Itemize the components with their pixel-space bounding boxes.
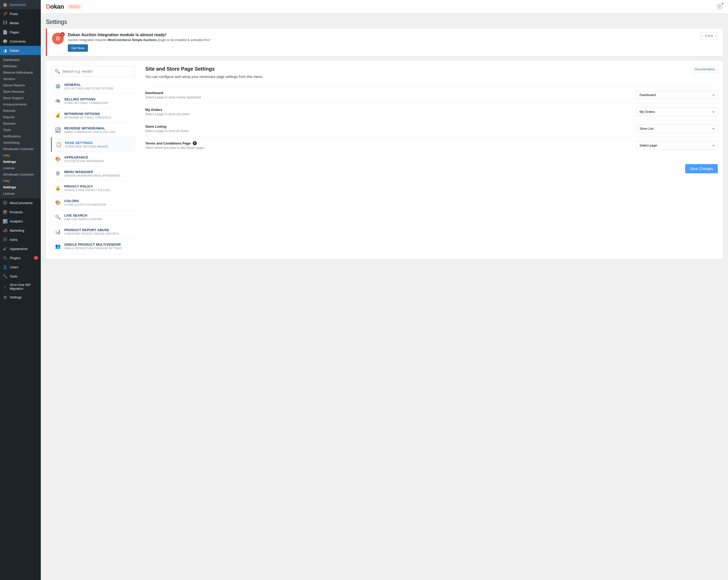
settings-nav-item[interactable]: 🔍Live SearchAjax live search control	[51, 210, 135, 225]
submenu-item[interactable]: Advertising	[0, 139, 41, 146]
page-title: Settings	[41, 14, 728, 29]
submenu-item[interactable]: Wholesale Customer	[0, 146, 41, 152]
submenu-item[interactable]: Store Reviews	[0, 88, 41, 95]
pager-next[interactable]: ›	[715, 34, 716, 38]
submenu-item[interactable]: License	[0, 165, 41, 171]
sidebar-item[interactable]: ↕All-in-One WP Migration	[0, 281, 41, 293]
nav-icon: 🎨	[55, 156, 61, 162]
submenu-item[interactable]: Settings	[0, 184, 41, 190]
submenu-item[interactable]: Withdraw	[0, 63, 41, 69]
sidebar-bottom: ⓌWooCommerce📦Products📊Analytics📣Marketin…	[0, 198, 41, 302]
panel-subtitle: You can configure and setup your necessa…	[145, 75, 718, 79]
get-now-button[interactable]: Get Now	[68, 44, 88, 52]
submenu-item[interactable]: Tools	[0, 127, 41, 133]
nav-icon: 🛍	[55, 98, 61, 104]
help-icon[interactable]: ?	[193, 141, 197, 145]
pager-prev[interactable]: ‹	[702, 34, 703, 38]
settings-nav-item[interactable]: 📋Page SettingsStore page settings manage	[51, 137, 135, 152]
submenu-item[interactable]: Settings	[0, 159, 41, 165]
dokan-icon: ◑	[3, 48, 8, 53]
settings-nav-item[interactable]: 🎨ColorsStore color customization	[51, 195, 135, 210]
submenu-item[interactable]: Verifications	[0, 133, 41, 139]
submenu-item[interactable]: Dashboard	[0, 57, 41, 63]
page-select[interactable]: My Orders	[636, 108, 718, 116]
submenu-item[interactable]: Store Support	[0, 95, 41, 101]
settings-nav-item[interactable]: 🛍Selling OptionsStore settings, commissi…	[51, 94, 135, 108]
sidebar-item[interactable]: 📣Marketing	[0, 226, 41, 235]
help-button[interactable]: ?	[716, 3, 723, 10]
menu-icon: ⚙	[3, 295, 8, 300]
field-desc: Select a page to show vendor dashboard	[145, 96, 636, 99]
version-badge: v3.12.1	[67, 4, 82, 9]
settings-content: 🔍 ⚙️GeneralSite settings and store optio…	[46, 61, 723, 259]
settings-nav-item[interactable]: 📊Product Report AbuseConfigure product a…	[51, 225, 135, 239]
sidebar-posts[interactable]: 📌Posts	[0, 9, 41, 18]
settings-search-input[interactable]	[51, 66, 135, 77]
nav-icon: 📊	[55, 229, 61, 234]
menu-icon: 📦	[3, 209, 8, 215]
sidebar-item[interactable]: 🔧Tools	[0, 272, 41, 281]
sidebar-media[interactable]: 🎞Media	[0, 18, 41, 28]
posts-icon: 📌	[3, 11, 8, 16]
settings-nav-item[interactable]: 🎨AppearanceCustom store appearance	[51, 152, 135, 166]
sidebar-item[interactable]: ⚙Settings	[0, 293, 41, 302]
nav-icon: 🎨	[55, 200, 61, 205]
settings-nav-item[interactable]: 🔄Reverse WithdrawalAdmin commission conf…	[51, 123, 135, 137]
settings-nav-item[interactable]: 👥Single Product MultivendorSingle produc…	[51, 239, 135, 254]
field-desc: Select a page to show my orders	[145, 112, 636, 116]
menu-icon: Ⓦ	[3, 200, 8, 205]
update-badge: 7	[34, 256, 38, 260]
sidebar-item[interactable]: ⒶAstra	[0, 235, 41, 244]
page-select[interactable]: Store List	[636, 124, 718, 133]
menu-icon: 🖌	[3, 246, 8, 251]
field-label: Dashboard	[145, 91, 636, 95]
media-icon: 🎞	[3, 20, 8, 25]
field-label: Terms and Conditions Page?	[145, 141, 636, 145]
submenu-item[interactable]: Reverse Withdrawal	[0, 69, 41, 76]
sidebar-item[interactable]: 📦Products	[0, 207, 41, 217]
sidebar-item[interactable]: 👤Users	[0, 262, 41, 272]
notice-text: Auction Integration requires WooCommerce…	[68, 38, 696, 42]
sidebar-pages[interactable]: 📄Pages	[0, 28, 41, 37]
sidebar-dokan[interactable]: ◑Dokan	[0, 46, 41, 55]
sidebar-item[interactable]: 📊Analytics	[0, 217, 41, 226]
pages-icon: 📄	[3, 30, 8, 35]
topbar: Dokan v3.12.1 ?	[41, 0, 728, 14]
sidebar-item[interactable]: 🖌Appearance	[0, 244, 41, 253]
field-desc: Select a page to show all stores	[145, 129, 636, 133]
sidebar-item[interactable]: ⓌWooCommerce	[0, 198, 41, 207]
sidebar-comments[interactable]: 💬Comments	[0, 37, 41, 46]
submenu-item[interactable]: Modules	[0, 120, 41, 127]
comments-icon: 💬	[3, 39, 8, 44]
submenu-item[interactable]: Wholesale Customer	[0, 171, 41, 178]
sidebar-dashboard[interactable]: 🏠Dashboard	[0, 0, 41, 9]
panel-title: Site and Store Page Settings	[145, 66, 215, 72]
settings-nav-item[interactable]: 💰Withdraw OptionsWithdraw settings, thre…	[51, 108, 135, 123]
nav-icon: ☰	[55, 171, 61, 176]
documentation-link[interactable]: Documentation	[692, 66, 718, 73]
admin-sidebar: 🏠Dashboard 📌Posts 🎞Media 📄Pages 💬Comment…	[0, 0, 41, 580]
menu-icon: 📊	[3, 219, 8, 224]
submenu-item[interactable]: Help	[0, 152, 41, 159]
submenu-item[interactable]: Refunds	[0, 108, 41, 114]
settings-nav: 🔍 ⚙️GeneralSite settings and store optio…	[51, 66, 135, 254]
submenu-item[interactable]: License	[0, 190, 41, 197]
nav-icon: 👥	[55, 243, 61, 249]
page-select[interactable]: Select page	[636, 141, 718, 150]
settings-nav-item[interactable]: ⚙️GeneralSite settings and store options	[51, 79, 135, 94]
pager-text: 5 of 8	[705, 34, 713, 38]
field-row: My OrdersSelect a page to show my orders…	[145, 103, 718, 120]
notice-pager: ‹ 5 of 8 ›	[700, 33, 718, 39]
submenu-item[interactable]: Announcements	[0, 101, 41, 108]
save-changes-button[interactable]: Save Changes	[685, 164, 718, 173]
field-row: DashboardSelect a page to show vendor da…	[145, 86, 718, 103]
submenu-item[interactable]: Help	[0, 178, 41, 184]
admin-notice: D Dokan Auction Integration module is al…	[46, 29, 723, 56]
submenu-item[interactable]: Reports	[0, 114, 41, 120]
sidebar-item[interactable]: 🔌Plugins7	[0, 253, 41, 262]
submenu-item[interactable]: Vendors	[0, 76, 41, 82]
settings-nav-item[interactable]: ☰Menu ManagerVendor dashboard menu appea…	[51, 166, 135, 181]
submenu-item[interactable]: Abuse Reports	[0, 82, 41, 88]
settings-nav-item[interactable]: 🔒Privacy PolicyUpdate store privacy poli…	[51, 181, 135, 195]
page-select[interactable]: Dashboard	[636, 91, 718, 99]
